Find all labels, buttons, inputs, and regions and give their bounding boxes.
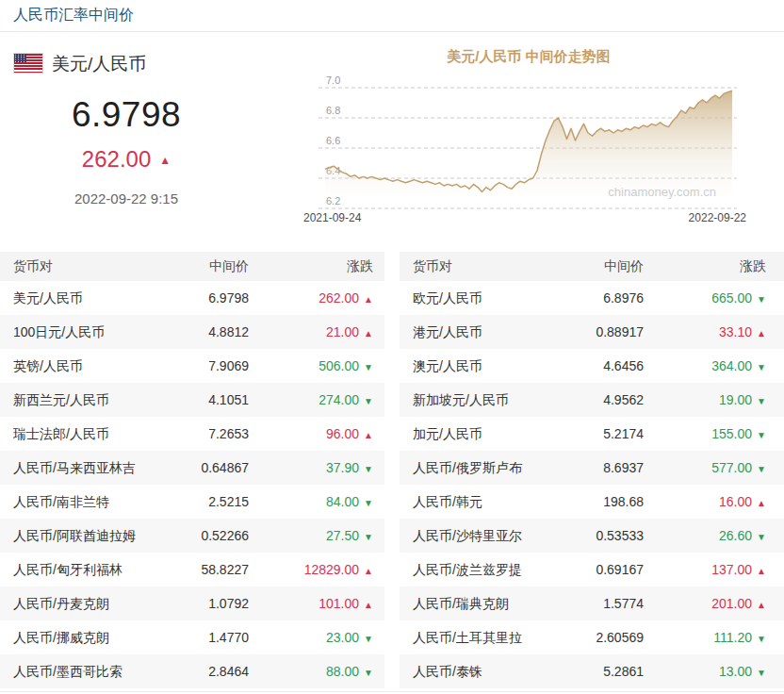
up-arrow-icon: ▲ — [364, 600, 373, 610]
change-value: 506.00 — [318, 358, 359, 373]
table-row[interactable]: 英镑/人民币7.9069506.00▼ — [0, 349, 384, 383]
currency-pair-label: 人民币/墨西哥比索 — [13, 654, 136, 690]
table-row[interactable]: 加元/人民币5.2174155.00▼ — [400, 417, 784, 451]
change-cell: 23.00▼ — [249, 620, 373, 656]
mid-price-value: 7.2653 — [136, 417, 249, 453]
chart-watermark: chinamoney.com.cn — [608, 185, 716, 199]
currency-pair-label: 加元/人民币 — [413, 417, 531, 453]
mid-price-value: 1.0792 — [136, 587, 249, 622]
change-cell: 137.00▲ — [644, 553, 766, 588]
currency-pair-label: 港元/人民币 — [413, 315, 531, 351]
table-row[interactable]: 人民币/沙特里亚尔0.5353326.60▼ — [400, 519, 784, 553]
change-value: 84.00 — [326, 494, 359, 509]
change-cell: 33.10▲ — [644, 315, 766, 351]
mid-price-value: 4.8812 — [136, 315, 249, 351]
mid-price-value: 7.9069 — [136, 349, 249, 385]
header-divider — [0, 31, 784, 32]
bottom-divider — [0, 691, 784, 692]
currency-pair-label: 人民币/韩元 — [413, 485, 531, 520]
table-row[interactable]: 人民币/韩元198.6816.00▲ — [400, 485, 784, 519]
down-arrow-icon: ▼ — [757, 464, 766, 474]
change-cell: 274.00▼ — [249, 383, 373, 419]
y-tick-label: 7.0 — [326, 74, 340, 86]
table-row[interactable]: 人民币/墨西哥比索2.846488.00▼ — [0, 654, 384, 688]
change-value: 577.00 — [711, 460, 752, 475]
table-row[interactable]: 新加坡元/人民币4.956219.00▼ — [400, 383, 784, 417]
table-row[interactable]: 瑞士法郎/人民币7.265396.00▲ — [0, 417, 384, 451]
change-value: 111.20 — [713, 630, 752, 645]
change-cell: 12829.00▲ — [249, 553, 373, 588]
down-arrow-icon: ▼ — [757, 362, 766, 372]
down-arrow-icon: ▼ — [364, 396, 373, 406]
mid-price-value: 0.64867 — [136, 451, 249, 487]
change-value: 33.10 — [719, 324, 752, 339]
down-arrow-icon: ▼ — [757, 294, 766, 305]
down-arrow-icon: ▼ — [364, 362, 373, 372]
mid-price-value: 0.53533 — [531, 519, 644, 554]
up-arrow-icon: ▲ — [757, 600, 766, 610]
change-cell: 111.20▼ — [644, 620, 766, 656]
table-row[interactable]: 人民币/阿联酋迪拉姆0.5226627.50▼ — [0, 519, 384, 553]
table-row[interactable]: 新西兰元/人民币4.1051274.00▼ — [0, 383, 384, 417]
table-row[interactable]: 澳元/人民币4.6456364.00▼ — [400, 349, 784, 383]
currency-pair-label: 人民币/挪威克朗 — [13, 620, 136, 656]
table-row[interactable]: 欧元/人民币6.8976665.00▼ — [400, 281, 784, 315]
currency-pair-label: 人民币/沙特里亚尔 — [413, 519, 531, 554]
up-arrow-icon: ▲ — [364, 566, 373, 576]
us-flag-icon — [14, 54, 42, 73]
column-header-change: 涨跌 — [249, 252, 373, 281]
up-arrow-icon: ▲ — [757, 328, 766, 339]
table-row[interactable]: 人民币/土耳其里拉2.60569111.20▼ — [400, 620, 784, 654]
change-value: 137.00 — [711, 562, 752, 577]
change-value: 37.90 — [326, 460, 359, 475]
change-value: 19.00 — [719, 392, 752, 407]
table-row[interactable]: 人民币/瑞典克朗1.5774201.00▲ — [400, 587, 784, 620]
table-row[interactable]: 人民币/挪威克朗1.477023.00▼ — [0, 620, 384, 654]
change-cell: 88.00▼ — [249, 654, 373, 690]
column-header-change: 涨跌 — [644, 252, 766, 281]
change-value: 21.00 — [326, 324, 359, 339]
mid-price-value: 2.60569 — [531, 620, 644, 656]
change-value: 155.00 — [711, 426, 752, 441]
table-row[interactable]: 人民币/丹麦克朗1.0792101.00▲ — [0, 587, 384, 620]
quote-timestamp: 2022-09-22 9:15 — [0, 190, 253, 207]
down-arrow-icon: ▼ — [364, 464, 373, 474]
table-row[interactable]: 港元/人民币0.8891733.10▲ — [400, 315, 784, 349]
change-cell: 577.00▼ — [644, 451, 766, 487]
currency-pair-label: 人民币/丹麦克朗 — [13, 587, 136, 622]
currency-pair-label: 人民币/阿联酋迪拉姆 — [13, 519, 136, 554]
change-value: 27.50 — [326, 528, 359, 543]
trend-chart: 美元/人民币 中间价走势图 7.06.86.66.46.2 chinamoney… — [302, 40, 765, 228]
y-tick-label: 6.6 — [326, 135, 340, 146]
table-row[interactable]: 人民币/俄罗斯卢布8.6937577.00▼ — [400, 451, 784, 485]
mid-price-value: 0.69167 — [531, 553, 644, 588]
table-row[interactable]: 人民币/泰铢5.286113.00▼ — [400, 654, 784, 688]
change-cell: 262.00▲ — [249, 281, 373, 317]
down-arrow-icon: ▼ — [364, 668, 373, 678]
currency-pair-label: 人民币/瑞典克朗 — [413, 587, 531, 622]
change-value: 88.00 — [326, 664, 359, 679]
table-row[interactable]: 人民币/匈牙利福林58.822712829.00▲ — [0, 553, 384, 587]
fx-table-right: 货币对中间价涨跌欧元/人民币6.8976665.00▼港元/人民币0.88917… — [400, 252, 784, 688]
table-row[interactable]: 人民币/马来西亚林吉特0.6486737.90▼ — [0, 451, 384, 485]
mid-price-value: 58.8227 — [136, 553, 249, 588]
mid-price-value: 198.68 — [531, 485, 644, 520]
table-header-row: 货币对中间价涨跌 — [400, 252, 784, 281]
mid-price-value: 1.4770 — [136, 620, 249, 656]
down-arrow-icon: ▼ — [757, 532, 766, 542]
currency-pair-label: 人民币/土耳其里拉 — [413, 620, 531, 656]
currency-pair-label: 人民币/匈牙利福林 — [13, 553, 136, 588]
table-row[interactable]: 100日元/人民币4.881221.00▲ — [0, 315, 384, 349]
table-row[interactable]: 美元/人民币6.9798262.00▲ — [0, 281, 384, 315]
change-value: 16.00 — [719, 494, 752, 509]
down-arrow-icon: ▼ — [757, 634, 766, 644]
table-row[interactable]: 人民币/波兰兹罗提0.69167137.00▲ — [400, 553, 784, 587]
fx-table-left: 货币对中间价涨跌美元/人民币6.9798262.00▲100日元/人民币4.88… — [0, 252, 384, 688]
change-cell: 101.00▲ — [249, 587, 373, 622]
table-row[interactable]: 人民币/南非兰特2.521584.00▼ — [0, 485, 384, 519]
up-arrow-icon: ▲ — [364, 328, 373, 339]
currency-pair-label: 人民币/泰铢 — [413, 654, 531, 690]
column-header-mid-price: 中间价 — [531, 252, 644, 281]
change-cell: 96.00▲ — [249, 417, 373, 453]
change-cell: 37.90▼ — [249, 451, 373, 487]
